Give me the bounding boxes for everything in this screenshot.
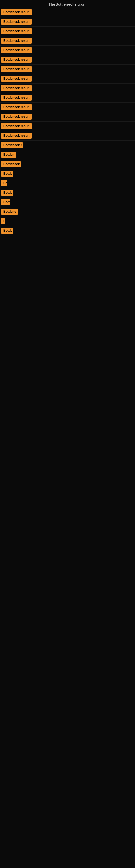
bottleneck-badge[interactable]: Bottleneck result [1,57,32,63]
result-row: Bottle [0,169,135,179]
result-row: Bottleneck result [0,27,135,36]
result-row: B [0,216,135,226]
result-row: Bottleneck result [0,8,135,17]
bottleneck-badge[interactable]: Bottle [1,227,13,234]
bottleneck-badge[interactable]: Bottleneck result [1,28,32,34]
bottleneck-badge[interactable]: Bottleneck result [1,123,32,129]
bottleneck-badge[interactable]: Bottleneck result [1,19,32,25]
result-row: Bottleneck result [0,65,135,74]
result-row: Bottle [0,226,135,236]
bottleneck-badge[interactable]: Bottleneck [1,161,20,167]
page-wrapper: TheBottlenecker.com Bottleneck resultBot… [0,0,135,236]
bottleneck-badge[interactable]: Bottlen [1,152,16,158]
result-row: Bottlene [0,207,135,216]
bottleneck-badge[interactable]: Bottleneck result [1,66,32,72]
result-row: Bottle [0,188,135,197]
results-list: Bottleneck resultBottleneck resultBottle… [0,8,135,236]
bottleneck-badge[interactable]: Bottleneck result [1,104,32,110]
bottleneck-badge[interactable]: Bottleneck result [1,133,32,138]
bottleneck-badge[interactable]: B [1,218,5,224]
result-row: Bottleneck result [0,74,135,84]
bottleneck-badge[interactable]: Bo [1,180,7,186]
result-row: Bottlen [0,150,135,159]
bottleneck-badge[interactable]: Bott [1,199,10,205]
result-row: Bottleneck result [0,102,135,112]
result-row: Bottleneck result [0,55,135,65]
bottleneck-badge[interactable]: Bottle [1,170,13,177]
result-row: Bottleneck result [0,45,135,55]
result-row: Bottleneck result [0,112,135,122]
result-row: Bottleneck result [0,131,135,141]
bottleneck-badge[interactable]: Bottle [1,190,13,195]
result-row: Bottleneck result [0,93,135,102]
result-row: Bottleneck result [0,36,135,45]
result-row: Bottleneck [0,159,135,169]
result-row: Bottleneck result [0,122,135,131]
bottleneck-badge[interactable]: Bottleneck result [1,76,32,82]
bottleneck-badge[interactable]: Bottleneck result [1,47,32,53]
result-row: Bott [0,197,135,207]
bottleneck-badge[interactable]: Bottleneck result [1,114,32,120]
bottleneck-badge[interactable]: Bottleneck result [1,85,32,91]
bottleneck-badge[interactable]: Bottleneck result [1,38,32,44]
result-row: Bottleneck result [0,84,135,93]
result-row: Bo [0,179,135,188]
site-title: TheBottlenecker.com [0,0,135,8]
bottleneck-badge[interactable]: Bottlene [1,209,18,215]
bottleneck-badge[interactable]: Bottleneck result [1,9,32,15]
bottleneck-badge[interactable]: Bottleneck result [1,95,32,101]
bottleneck-badge[interactable]: Bottleneck r [1,142,23,148]
result-row: Bottleneck result [0,17,135,27]
result-row: Bottleneck r [0,141,135,150]
